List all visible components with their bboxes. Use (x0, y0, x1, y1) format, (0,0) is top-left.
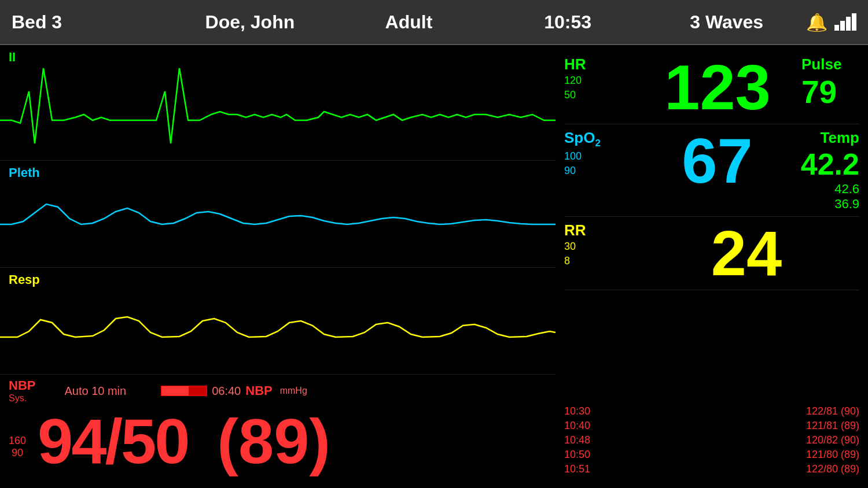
nbp-history-time: 10:50 (564, 449, 605, 461)
nbp-progress-bar (161, 386, 207, 396)
nbp-history-time: 10:30 (564, 405, 605, 417)
main-content: II Pleth Resp NBP Sys. (0, 45, 868, 488)
nbp-range: 160 90 (9, 435, 26, 459)
pleth-line (0, 204, 556, 224)
pleth-waveform (0, 161, 556, 268)
nbp-history-value: 121/80 (89) (784, 449, 859, 461)
pleth-section: Pleth (0, 161, 556, 268)
nbp-label2: NBP (245, 383, 272, 398)
rr-high: 30 (564, 239, 634, 254)
current-time: 10:53 (488, 12, 648, 33)
hr-row: HR 120 50 123 Pulse 79 (564, 51, 859, 124)
alarm-icon[interactable]: 🔔 (806, 12, 827, 32)
temp-label: Temp (821, 129, 859, 147)
nbp-history-row: 10:51 122/80 (89) (564, 462, 859, 476)
ecg-section: II (0, 45, 556, 161)
nbp-history-time: 10:51 (564, 463, 605, 475)
hr-high: 120 (564, 73, 634, 88)
waveforms-panel: II Pleth Resp NBP Sys. (0, 45, 556, 488)
waves-label: 3 Waves (647, 12, 806, 33)
nbp-mean: 89 (238, 405, 309, 476)
nbp-diastolic: 50 (121, 405, 188, 476)
signal-icon (834, 13, 856, 31)
patient-name: Doe, John (171, 12, 330, 33)
spo2-low: 90 (564, 164, 634, 178)
nbp-high: 160 (9, 435, 26, 447)
resp-waveform (0, 268, 556, 375)
nbp-history-value: 120/82 (90) (784, 434, 859, 446)
nbp-systolic: 94 (38, 405, 105, 476)
nbp-label: NBP (9, 378, 35, 393)
ecg-line (0, 68, 556, 143)
spo2-label: SpO2 (564, 129, 634, 149)
resp-label: Resp (9, 272, 40, 287)
nbp-history-panel: 10:30 122/81 (90) 10:40 121/81 (89) 10:4… (564, 290, 859, 482)
nbp-mean-value: (89) (217, 409, 330, 473)
temp-sub1: 42.6 (834, 182, 859, 197)
temp-sub2: 36.9 (834, 197, 859, 212)
pulse-value: 79 (801, 73, 837, 110)
ecg-label: II (9, 50, 16, 65)
rr-row: RR 30 8 24 (564, 217, 859, 290)
nbp-history-row: 10:30 122/81 (90) (564, 404, 859, 419)
nbp-history-time: 10:48 (564, 434, 605, 446)
nbp-timer: 06:40 (212, 385, 241, 398)
nbp-values: 160 90 94/50 (89) (0, 404, 556, 479)
pulse-label: Pulse (801, 56, 841, 73)
nbp-low: 90 (12, 447, 23, 459)
nbp-history-value: 122/81 (90) (784, 405, 859, 417)
nbp-history-row: 10:50 121/80 (89) (564, 448, 859, 462)
spo2-high: 100 (564, 149, 634, 164)
nbp-history-row: 10:40 121/81 (89) (564, 419, 859, 433)
nbp-history-row: 10:48 120/82 (90) (564, 433, 859, 448)
patient-mode: Adult (329, 12, 488, 33)
ecg-waveform (0, 45, 556, 161)
pulse-col: Pulse 79 (801, 56, 859, 110)
nbp-sys-dia-value: 94/50 (38, 409, 188, 473)
nbp-history-time: 10:40 (564, 420, 605, 432)
nbp-sublabel: Sys. (9, 393, 35, 404)
nbp-history-value: 121/81 (89) (784, 420, 859, 432)
nbp-auto-label: Auto 10 min (64, 385, 126, 398)
temp-main-value: 42.2 (801, 147, 859, 182)
resp-section: Resp (0, 268, 556, 375)
spo2-row: SpO2 100 90 67 Temp 42.2 42.6 36.9 (564, 124, 859, 217)
rr-label: RR (564, 221, 634, 239)
nbp-history-value: 122/80 (89) (784, 463, 859, 475)
header-icons: 🔔 (806, 12, 856, 32)
bed-label: Bed 3 (12, 12, 171, 33)
spo2-value: 67 (634, 129, 801, 193)
pleth-label: Pleth (9, 165, 40, 180)
hr-value: 123 (634, 56, 801, 119)
resp-line (0, 317, 556, 337)
hr-low: 50 (564, 88, 634, 102)
nbp-info-bar: NBP Sys. Auto 10 min 06:40 NBP mmHg (0, 375, 556, 404)
rr-low: 8 (564, 254, 634, 268)
hr-label: HR (564, 56, 634, 73)
nbp-section: NBP Sys. Auto 10 min 06:40 NBP mmHg 160 … (0, 375, 556, 488)
header-bar: Bed 3 Doe, John Adult 10:53 3 Waves 🔔 (0, 0, 868, 45)
nbp-timer-area: 06:40 NBP mmHg (161, 383, 307, 398)
temp-col: Temp 42.2 42.6 36.9 (801, 129, 859, 212)
rr-value: 24 (634, 221, 859, 285)
right-panel: HR 120 50 123 Pulse 79 SpO2 100 90 67 Te… (556, 45, 868, 488)
nbp-units: mmHg (280, 386, 307, 396)
